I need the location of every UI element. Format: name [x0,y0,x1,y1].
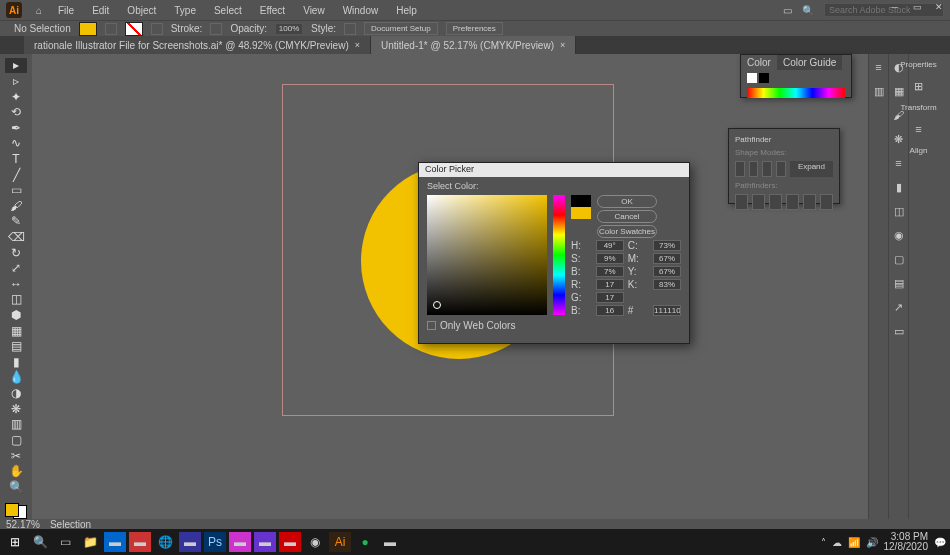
properties-icon[interactable]: ≡ [872,60,886,74]
task-app-3[interactable]: ▬ [179,532,201,552]
task-illustrator[interactable]: Ai [329,532,351,552]
menu-view[interactable]: View [295,3,333,18]
preferences-button[interactable]: Preferences [446,22,503,35]
stroke-panel-icon[interactable]: ≡ [892,156,906,170]
shape-builder-tool[interactable]: ⬢ [5,308,27,323]
trim-button[interactable] [752,194,765,210]
task-view-button[interactable]: ▭ [54,532,76,552]
merge-button[interactable] [769,194,782,210]
color-panel[interactable]: Color Color Guide [740,54,852,98]
selection-tool[interactable]: ▸ [5,58,27,73]
b-field[interactable] [596,266,624,277]
min-btn[interactable]: ─ [884,0,906,14]
tray-onedrive-icon[interactable]: ☁ [832,537,842,548]
eraser-tool[interactable]: ⌫ [5,230,27,245]
fill-dropdown[interactable] [105,23,117,35]
slice-tool[interactable]: ✂ [5,448,27,463]
task-app-1[interactable]: ▬ [104,532,126,552]
artboard-tool[interactable]: ▢ [5,433,27,448]
clock[interactable]: 3:08 PM12/8/2020 [884,532,929,552]
close-icon[interactable]: × [355,40,360,50]
style-dropdown[interactable] [344,23,356,35]
type-tool[interactable]: T [5,152,27,167]
color-tab[interactable]: Color [741,55,777,70]
symbol-sprayer-tool[interactable]: ❋ [5,401,27,416]
opacity-field[interactable]: 100% [275,23,303,35]
paintbrush-tool[interactable]: 🖌 [5,198,27,213]
lasso-tool[interactable]: ⟲ [5,105,27,120]
h-field[interactable] [596,240,624,251]
symbols-icon[interactable]: ❋ [892,132,906,146]
m-field[interactable] [653,253,681,264]
swatch-black[interactable] [759,73,769,83]
close-btn[interactable]: ✕ [928,0,950,14]
task-acrobat[interactable]: ▬ [279,532,301,552]
task-photoshop[interactable]: Ps [204,532,226,552]
hand-tool[interactable]: ✋ [5,464,27,479]
zoom-tool[interactable]: 🔍 [5,479,27,494]
crop-button[interactable] [786,194,799,210]
task-app-4[interactable]: ▬ [229,532,251,552]
rectangle-tool[interactable]: ▭ [5,183,27,198]
swatch-white[interactable] [747,73,757,83]
explorer-icon[interactable]: 📁 [79,532,101,552]
transparency-icon[interactable]: ◫ [892,204,906,218]
search-button[interactable]: 🔍 [29,532,51,552]
cancel-button[interactable]: Cancel [597,210,657,223]
close-icon[interactable]: × [560,40,565,50]
hex-field[interactable] [653,305,681,316]
stroke-dropdown[interactable] [151,23,163,35]
shaper-tool[interactable]: ✎ [5,214,27,229]
task-steam[interactable]: ◉ [304,532,326,552]
home-icon[interactable]: ⌂ [30,1,48,19]
task-app-5[interactable]: ▬ [254,532,276,552]
color-marker[interactable] [433,301,441,309]
artboards-icon[interactable]: ▭ [892,324,906,338]
doc-tab-1[interactable]: rationale Illustrator File for Screensho… [24,36,371,54]
menu-effect[interactable]: Effect [252,3,293,18]
menu-select[interactable]: Select [206,3,250,18]
minus-front-button[interactable] [749,161,759,177]
gradient-panel-icon[interactable]: ▮ [892,180,906,194]
layers-icon[interactable]: ▤ [892,276,906,290]
divide-button[interactable] [735,194,748,210]
stroke-swatch[interactable] [125,22,143,36]
align-icon[interactable]: ≡ [912,122,926,136]
appearance-icon[interactable]: ◉ [892,228,906,242]
bb-field[interactable] [596,305,624,316]
task-chrome[interactable]: 🌐 [154,532,176,552]
minus-back-button[interactable] [820,194,833,210]
curvature-tool[interactable]: ∿ [5,136,27,151]
menu-window[interactable]: Window [335,3,387,18]
eyedropper-tool[interactable]: 💧 [5,370,27,385]
direct-selection-tool[interactable]: ▹ [5,74,27,89]
doc-tab-2[interactable]: Untitled-1* @ 52.17% (CMYK/Preview)× [371,36,576,54]
outline-button[interactable] [803,194,816,210]
doc-setup-button[interactable]: Document Setup [364,22,438,35]
ok-button[interactable]: OK [597,195,657,208]
pen-tool[interactable]: ✒ [5,120,27,135]
pathfinder-panel[interactable]: Pathfinder Shape Modes: Expand Pathfinde… [728,128,840,204]
task-app-2[interactable]: ▬ [129,532,151,552]
fill-stroke-swatch[interactable] [5,503,27,519]
magic-wand-tool[interactable]: ✦ [5,89,27,104]
zoom-level[interactable]: 52.17% [6,519,40,529]
gradient-tool[interactable]: ▮ [5,355,27,370]
color-picker-dialog[interactable]: Color Picker Select Color: OK Cancel Col… [418,162,690,344]
arrange-icon[interactable]: ▭ [783,5,792,16]
c-field[interactable] [653,240,681,251]
search-icon[interactable]: 🔍 [802,5,814,16]
dialog-title[interactable]: Color Picker [419,163,689,177]
perspective-tool[interactable]: ▦ [5,323,27,338]
fill-swatch[interactable] [79,22,97,36]
scale-tool[interactable]: ⤢ [5,261,27,276]
transform-icon[interactable]: ⊞ [912,79,926,93]
notifications-icon[interactable]: 💬 [934,537,946,548]
graphic-styles-icon[interactable]: ▢ [892,252,906,266]
task-app-6[interactable]: ▬ [379,532,401,552]
tray-network-icon[interactable]: 📶 [848,537,860,548]
s-field[interactable] [596,253,624,264]
mesh-tool[interactable]: ▤ [5,339,27,354]
g-field[interactable] [596,292,624,303]
properties-tab[interactable]: Properties [900,60,936,69]
